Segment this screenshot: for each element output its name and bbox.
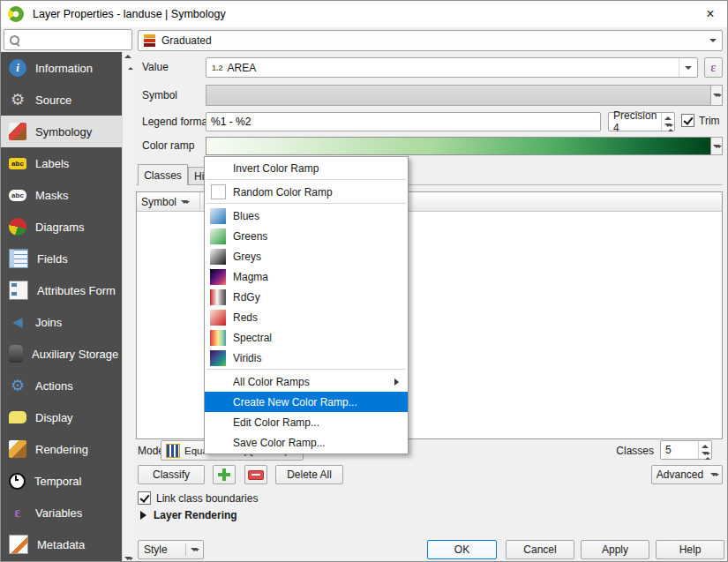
- sidebar-scrollbar[interactable]: [122, 52, 133, 562]
- menu-item-label: Random Color Ramp: [233, 186, 333, 199]
- sidebar-item-label: Metadata: [37, 538, 85, 551]
- sidebar-item-fields[interactable]: Fields: [1, 243, 122, 274]
- sidebar-item-joins[interactable]: Joins: [1, 306, 122, 338]
- menu-item-create-new-color-ramp[interactable]: Create New Color Ramp...: [205, 392, 408, 412]
- menu-item-all-color-ramps[interactable]: All Color Ramps: [205, 371, 408, 392]
- rendering-icon: [9, 440, 26, 458]
- chevron-down-icon: [710, 473, 717, 476]
- menu-item-random-color-ramp[interactable]: Random Color Ramp: [205, 182, 408, 202]
- legend-format-input[interactable]: [206, 112, 601, 131]
- spectral-ramp-icon: [210, 330, 226, 346]
- trim-option[interactable]: Trim: [681, 114, 720, 127]
- search-box[interactable]: [4, 29, 132, 50]
- ok-button[interactable]: OK: [427, 540, 497, 559]
- temporal-icon: [9, 473, 26, 490]
- sidebar-item-source[interactable]: Source: [1, 84, 122, 116]
- sidebar-item-label: Fields: [37, 252, 68, 266]
- precision-spin-buttons[interactable]: [661, 113, 674, 131]
- classify-button[interactable]: Classify: [138, 465, 205, 484]
- advanced-label: Advanced: [657, 468, 703, 481]
- tab-classes[interactable]: Classes: [138, 164, 188, 185]
- menu-item-greys[interactable]: Greys: [205, 246, 408, 266]
- style-button[interactable]: Style: [138, 540, 204, 559]
- sidebar-item-diagrams[interactable]: Diagrams: [1, 211, 122, 243]
- classes-spinbox[interactable]: 5: [660, 440, 712, 460]
- search-input[interactable]: [24, 33, 131, 47]
- add-class-button[interactable]: [213, 465, 236, 484]
- symbol-preview[interactable]: [206, 85, 711, 106]
- sidebar-item-symbology[interactable]: Symbology: [1, 116, 122, 147]
- sidebar-item-label: Variables: [35, 506, 82, 520]
- sidebar-item-metadata[interactable]: Metadata: [1, 528, 122, 560]
- close-button[interactable]: ×: [699, 4, 722, 25]
- menu-item-label: Spectral: [233, 332, 272, 344]
- advanced-button[interactable]: Advanced: [651, 465, 723, 484]
- sidebar-item-variables[interactable]: Variables: [1, 497, 122, 528]
- menu-item-viridis[interactable]: Viridis: [205, 348, 408, 368]
- masks-icon: [9, 190, 26, 201]
- menu-item-invert-color-ramp[interactable]: Invert Color Ramp: [205, 158, 408, 178]
- help-button[interactable]: Help: [656, 540, 724, 559]
- scroll-down-icon[interactable]: [124, 557, 131, 560]
- sidebar-item-label: Actions: [35, 379, 73, 393]
- color-ramp-dropdown-arrow[interactable]: [711, 137, 723, 155]
- menu-item-save-color-ramp[interactable]: Save Color Ramp...: [205, 432, 408, 453]
- delete-all-button[interactable]: Delete All: [275, 465, 343, 484]
- source-icon: [9, 91, 26, 109]
- sidebar-item-masks[interactable]: Masks: [1, 179, 122, 211]
- menu-item-icon-slot: [210, 415, 226, 431]
- scroll-up-icon[interactable]: [124, 55, 131, 58]
- random-ramp-checkbox[interactable]: [211, 184, 226, 199]
- sidebar-item-auxiliary-storage[interactable]: Auxiliary Storage: [1, 338, 122, 370]
- sidebar-item-rendering[interactable]: Rendering: [1, 433, 122, 465]
- sidebar-item-label: Masks: [35, 189, 69, 202]
- value-combo[interactable]: 1.2 AREA: [206, 57, 698, 78]
- menu-item-label: Magma: [233, 271, 268, 283]
- color-ramp-preview[interactable]: [206, 137, 711, 155]
- menu-item-rdgy[interactable]: RdGy: [205, 287, 408, 307]
- sidebar-item-actions[interactable]: Actions: [1, 370, 122, 401]
- symbol-label: Symbol: [142, 86, 177, 105]
- renderer-combo[interactable]: Graduated: [138, 30, 723, 51]
- menu-item-edit-color-ramp[interactable]: Edit Color Ramp...: [205, 412, 408, 432]
- value-dropdown-arrow[interactable]: [679, 58, 697, 77]
- actions-icon: [9, 377, 26, 394]
- link-class-boundaries-checkbox[interactable]: [138, 491, 151, 505]
- submenu-arrow-icon: [394, 378, 399, 386]
- menu-item-spectral[interactable]: Spectral: [205, 327, 408, 348]
- spin-down-icon[interactable]: [664, 124, 672, 127]
- window-title: Layer Properties - landuse | Symbology: [33, 8, 226, 20]
- spin-up-icon[interactable]: [702, 445, 709, 448]
- classes-label: Classes: [604, 441, 654, 461]
- symbol-dropdown-arrow[interactable]: [711, 85, 723, 106]
- apply-button[interactable]: Apply: [581, 540, 649, 559]
- menu-item-reds[interactable]: Reds: [205, 307, 408, 327]
- plus-icon: [218, 468, 230, 481]
- sidebar-item-attributes-form[interactable]: Attributes Form: [1, 274, 122, 306]
- sidebar-item-information[interactable]: Information: [1, 52, 122, 84]
- classes-value: 5: [661, 441, 698, 459]
- link-class-boundaries-option[interactable]: Link class boundaries: [138, 491, 258, 505]
- trim-checkbox[interactable]: [681, 114, 694, 127]
- menu-item-blues[interactable]: Blues: [205, 206, 408, 226]
- legend-format-label: Legend format: [142, 112, 210, 131]
- expression-button[interactable]: ε: [704, 57, 723, 78]
- sidebar-item-temporal[interactable]: Temporal: [1, 465, 122, 497]
- viridis-ramp-icon: [210, 350, 226, 366]
- value-label: Value: [142, 57, 169, 77]
- remove-class-button[interactable]: [244, 465, 267, 484]
- layer-rendering-section[interactable]: Layer Rendering: [140, 509, 237, 521]
- checkmark-icon: [683, 115, 693, 125]
- expand-arrow-icon[interactable]: [140, 511, 146, 520]
- spin-down-icon[interactable]: [702, 452, 709, 455]
- fields-icon: [9, 249, 28, 268]
- cancel-button[interactable]: Cancel: [506, 540, 574, 559]
- column-header-symbol[interactable]: Symbol: [137, 192, 200, 211]
- sidebar-item-labels[interactable]: Labels: [1, 147, 122, 179]
- classes-spin-buttons[interactable]: [698, 441, 711, 459]
- menu-item-magma[interactable]: Magma: [205, 266, 408, 287]
- menu-item-greens[interactable]: Greens: [205, 226, 408, 246]
- spin-up-icon[interactable]: [664, 116, 672, 120]
- sidebar-item-display[interactable]: Display: [1, 401, 122, 433]
- precision-spinbox[interactable]: Precision 4: [608, 112, 675, 131]
